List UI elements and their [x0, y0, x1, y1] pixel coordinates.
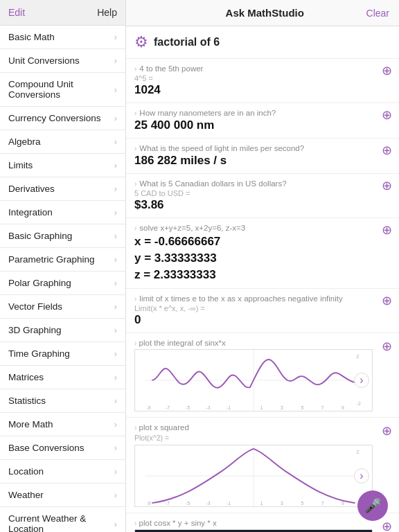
add-button[interactable]: ⊕	[382, 423, 392, 438]
chevron-icon: ›	[114, 207, 117, 218]
sidebar-item-matrices[interactable]: Matrices ›	[0, 366, 125, 389]
main-header: Ask MathStudio Clear	[126, 0, 399, 26]
sidebar-item-polar-graphing[interactable]: Polar Graphing ›	[0, 272, 125, 295]
graph-arrow[interactable]: ›	[354, 373, 369, 388]
graph-canvas: -9 -7 -5 -3 -1 1 3 5 7 9 2 -1 ›	[134, 445, 373, 507]
graph-block-3d: › plot cosx * y + siny * x ⊕	[126, 513, 399, 532]
result-block: › 4 to the 5th power 4^5 = 1024 ⊕	[126, 59, 399, 103]
svg-text:1: 1	[260, 501, 263, 506]
chevron-icon: ›	[114, 466, 117, 477]
sidebar-item-weather[interactable]: Weather ›	[0, 484, 125, 507]
triangle-icon: ›	[134, 295, 136, 303]
sidebar-item-integration[interactable]: Integration ›	[0, 201, 125, 224]
sidebar-item-vector-fields[interactable]: Vector Fields ›	[0, 295, 125, 319]
chevron-icon: ›	[114, 348, 117, 359]
graph-arrow[interactable]: ›	[354, 468, 369, 484]
sidebar-item-statistics[interactable]: Statistics ›	[0, 389, 125, 413]
chevron-icon: ›	[114, 85, 117, 95]
sidebar-item-location[interactable]: Location ›	[0, 460, 125, 484]
add-button[interactable]: ⊕	[382, 294, 392, 307]
result-block: › What is the speed of light in miles pe…	[126, 139, 399, 174]
chevron-icon: ›	[114, 519, 117, 529]
graph-title: › plot x squared	[134, 423, 378, 432]
chevron-icon: ›	[114, 325, 117, 335]
chevron-icon: ›	[114, 419, 117, 429]
add-button[interactable]: ⊕	[382, 224, 392, 236]
microphone-button[interactable]: 🎤	[357, 490, 388, 521]
svg-text:-9: -9	[147, 501, 151, 506]
add-button[interactable]: ⊕	[382, 64, 392, 77]
sidebar-item-base-conversions[interactable]: Base Conversions ›	[0, 436, 125, 460]
sidebar-item-limits[interactable]: Limits ›	[0, 154, 125, 177]
sidebar-item-time-graphing[interactable]: Time Graphing ›	[0, 342, 125, 366]
svg-text:9: 9	[342, 405, 344, 410]
triangle-icon: ›	[134, 65, 136, 73]
result-query: › solve x+y+z=5, x+2y=6, z-x=3	[134, 224, 391, 232]
graph-canvas: -9 -7 -5 -3 -1 1 3 5 7 9 2 -2 ›	[134, 349, 373, 411]
help-button[interactable]: Help	[97, 7, 117, 18]
chevron-icon: ›	[114, 278, 117, 288]
factorial-header: ⚙ factorial of 6	[126, 26, 399, 59]
sidebar-item-parametric-graphing[interactable]: Parametric Graphing ›	[0, 248, 125, 272]
main-content: Ask MathStudio Clear ⚙ factorial of 6 › …	[126, 0, 399, 532]
svg-text:-5: -5	[186, 405, 190, 410]
limit-block: › limit of x times e to the x as x appro…	[126, 289, 399, 333]
chevron-icon: ›	[114, 136, 117, 147]
chevron-icon: ›	[114, 490, 117, 500]
sidebar-item-compound-unit-conversions[interactable]: Compound Unit Conversions ›	[0, 73, 125, 107]
sidebar-item-basic-graphing[interactable]: Basic Graphing ›	[0, 224, 125, 248]
chevron-icon: ›	[114, 184, 117, 194]
svg-text:3: 3	[281, 405, 283, 410]
svg-text:-7: -7	[166, 405, 170, 410]
result-block: › How many nanometers are in an inch? 25…	[126, 103, 399, 139]
clear-button[interactable]: Clear	[366, 8, 389, 19]
sidebar-item-currency-conversions[interactable]: Currency Conversions ›	[0, 107, 125, 130]
chevron-icon: ›	[114, 231, 117, 241]
add-button[interactable]: ⊕	[382, 109, 392, 121]
settings-icon: ⚙	[134, 33, 148, 51]
result-block: › What is 5 Canadian dollars in US dolla…	[126, 174, 399, 218]
sidebar: Edit Help Basic Math › Unit Conversions …	[0, 0, 126, 532]
chevron-icon: ›	[114, 55, 117, 66]
svg-text:-7: -7	[166, 501, 170, 506]
add-button[interactable]: ⊕	[382, 179, 392, 192]
chevron-icon: ›	[114, 372, 117, 382]
triangle-icon: ›	[134, 224, 136, 232]
svg-text:-3: -3	[206, 501, 211, 506]
svg-text:5: 5	[301, 501, 303, 506]
chevron-icon: ›	[114, 160, 117, 170]
chevron-icon: ›	[114, 396, 117, 406]
svg-text:-2: -2	[357, 402, 361, 407]
sidebar-item-derivatives[interactable]: Derivatives ›	[0, 177, 125, 201]
svg-text:5: 5	[301, 405, 303, 410]
factorial-title: factorial of 6	[154, 36, 220, 48]
edit-button[interactable]: Edit	[8, 7, 25, 18]
sidebar-item-algebra[interactable]: Algebra ›	[0, 130, 125, 154]
svg-text:7: 7	[321, 501, 324, 506]
add-button[interactable]: ⊕	[382, 519, 392, 532]
sidebar-item-basic-math[interactable]: Basic Math ›	[0, 26, 125, 49]
sidebar-item-unit-conversions[interactable]: Unit Conversions ›	[0, 49, 125, 73]
sidebar-header: Edit Help	[0, 0, 125, 26]
chevron-icon: ›	[114, 254, 117, 265]
chevron-icon: ›	[114, 113, 117, 123]
svg-text:-3: -3	[206, 405, 211, 410]
result-query: › How many nanometers are in an inch?	[134, 109, 391, 117]
graph-block-integral: › plot the integral of sinx*x ⊕ -9 -7 -5…	[126, 333, 399, 418]
sidebar-item-current-weather[interactable]: Current Weather & Location ›	[0, 507, 125, 532]
graph-title: › plot cosx * y + siny * x	[134, 519, 378, 527]
sidebar-item-3d-graphing[interactable]: 3D Graphing ›	[0, 319, 125, 342]
svg-text:-1: -1	[227, 405, 231, 410]
svg-text:-9: -9	[147, 405, 151, 410]
graph-canvas-3d: ›	[134, 529, 373, 532]
chevron-icon: ›	[114, 32, 117, 42]
sidebar-item-more-math[interactable]: More Math ›	[0, 413, 125, 436]
page-title: Ask MathStudio	[226, 7, 304, 19]
triangle-icon: ›	[134, 145, 136, 152]
chevron-icon: ›	[114, 301, 117, 312]
add-button[interactable]: ⊕	[382, 339, 392, 354]
svg-text:2: 2	[357, 354, 360, 359]
svg-text:-1: -1	[227, 501, 231, 506]
result-query: › What is 5 Canadian dollars in US dolla…	[134, 179, 391, 188]
add-button[interactable]: ⊕	[382, 144, 392, 157]
